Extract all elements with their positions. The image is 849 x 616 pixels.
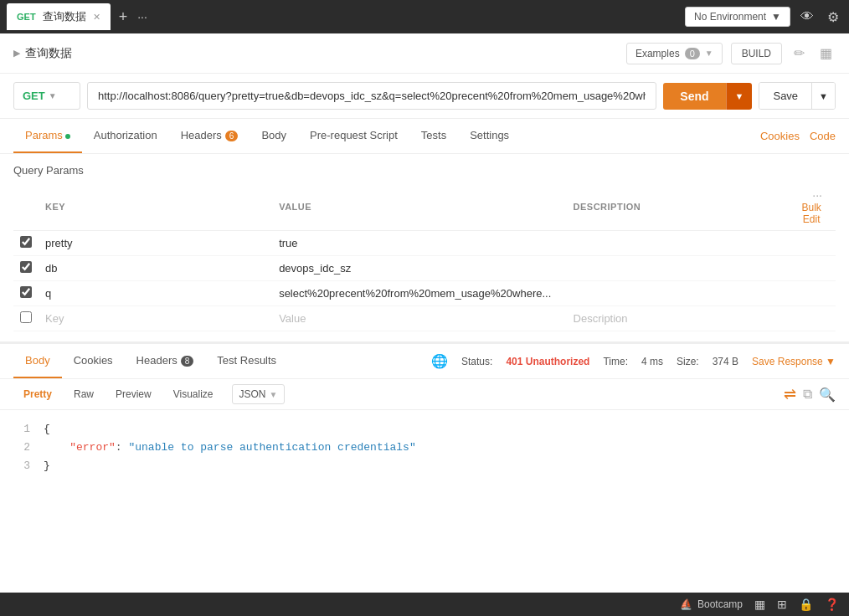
desc-cell [567,256,788,281]
resp-tab-body[interactable]: Body [13,344,62,378]
edit-icon[interactable]: ✏ [790,42,808,64]
bulk-edit-button[interactable]: Bulk Edit [794,202,829,225]
resp-tab-headers[interactable]: Headers8 [125,344,206,378]
json-value: "unable to parse authentication credenti… [128,441,415,454]
value-col-header: VALUE [272,183,566,231]
more-options-icon[interactable]: ··· [812,188,822,202]
resp-tab-test-results[interactable]: Test Results [205,344,288,378]
wrap-icon[interactable]: ⇌ [784,385,796,403]
tab-tests[interactable]: Tests [409,119,458,153]
url-input[interactable] [87,82,656,110]
fmt-tab-raw[interactable]: Raw [64,384,104,404]
table-row: pretty true [13,231,836,256]
query-params-section: Query Params KEY VALUE DESCRIPTION ··· B… [0,154,849,335]
action-cell [787,306,836,331]
fmt-tab-pretty[interactable]: Pretty [13,384,62,404]
response-section: Body Cookies Headers8 Test Results 🌐 Sta… [0,341,849,485]
params-table: KEY VALUE DESCRIPTION ··· Bulk Edit pret… [13,183,836,331]
line-number: 3 [13,457,30,475]
save-response-button[interactable]: Save Response ▼ [752,356,836,367]
cookies-link[interactable]: Cookies [760,130,800,142]
resp-tab-cookies[interactable]: Cookies [62,344,125,378]
bootcamp-icon: ⛵ [680,598,692,610]
tab-params[interactable]: Params [13,119,82,153]
row-checkbox[interactable] [20,236,32,248]
chevron-down-icon: ▼ [49,91,57,100]
tab-pre-request-script[interactable]: Pre-request Script [298,119,409,153]
key-cell: q [39,281,272,306]
globe-icon: 🌐 [431,353,448,369]
headers-badge: 8 [181,356,194,367]
json-format-select[interactable]: JSON ▼ [232,384,286,404]
params-dot [65,134,70,139]
checkbox-col-header [13,183,39,231]
examples-label: Examples [635,48,680,59]
tab-close-icon[interactable]: ✕ [93,12,100,23]
save-dropdown-arrow[interactable]: ▼ [811,83,835,109]
send-button[interactable]: Send [663,83,725,110]
query-params-title: Query Params [13,164,836,177]
send-dropdown-arrow[interactable]: ▼ [726,83,753,110]
table-icon[interactable]: ▦ [754,598,765,611]
code-line-2: 2 "error": "unable to parse authenticati… [13,439,836,457]
key-cell: db [39,256,272,281]
response-body-code: 1 { 2 "error": "unable to parse authenti… [0,410,849,485]
key-col-header: KEY [39,183,272,231]
help-icon[interactable]: ❓ [825,598,839,611]
grid-icon[interactable]: ⊞ [777,598,787,611]
copy-icon[interactable]: ⧉ [803,385,812,403]
key-cell-placeholder[interactable]: Key [39,306,272,331]
table-row-empty: Key Value Description [13,306,836,331]
method-select[interactable]: GET ▼ [13,82,80,110]
examples-button[interactable]: Examples 0 ▼ [626,43,723,64]
eye-icon[interactable]: 👁 [797,6,817,28]
settings-icon[interactable]: ⚙ [824,6,842,28]
expand-arrow-icon[interactable]: ▶ [13,48,20,59]
new-tab-button[interactable]: + [112,9,135,24]
size-value: 374 B [713,356,738,367]
tab-settings[interactable]: Settings [458,119,521,153]
time-value: 4 ms [641,356,663,367]
tab-bar: GET 查询数据 ✕ + ··· No Environment ▼ 👁 ⚙ [0,0,849,33]
build-button[interactable]: BUILD [731,43,782,64]
code-link[interactable]: Code [810,130,836,142]
env-label: No Environment [694,11,766,23]
environment-select[interactable]: No Environment ▼ [685,7,790,27]
request-title: 查询数据 [25,46,72,61]
time-label: Time: [603,356,628,367]
row-checkbox[interactable] [20,311,32,323]
line-number: 2 [13,439,30,457]
save-button[interactable]: Save [759,83,811,109]
status-badge: 401 Unauthorized [506,356,589,367]
fmt-tab-visualize[interactable]: Visualize [163,384,224,404]
status-label: Status: [461,356,492,367]
table-row: db devops_idc_sz [13,256,836,281]
code-content: "error": "unable to parse authentication… [44,439,416,457]
desc-cell-placeholder[interactable]: Description [567,306,788,331]
fmt-tab-preview[interactable]: Preview [105,384,162,404]
format-tabs: Pretty Raw Preview Visualize JSON ▼ ⇌ ⧉ … [0,379,849,410]
code-line-3: 3 } [13,457,836,475]
search-icon[interactable]: 🔍 [819,385,836,403]
active-tab[interactable]: GET 查询数据 ✕ [7,3,111,30]
line-number: 1 [13,420,30,439]
description-col-header: DESCRIPTION [567,183,788,231]
tab-authorization[interactable]: Authorization [82,119,169,153]
tab-headers[interactable]: Headers6 [169,119,250,153]
tab-more-button[interactable]: ··· [134,10,151,23]
url-bar: GET ▼ Send ▼ Save ▼ [0,74,849,119]
table-row: q select%20precent%20from%20mem_usage%20… [13,281,836,306]
tab-body[interactable]: Body [250,119,298,153]
action-col-header: ··· Bulk Edit [787,183,836,231]
request-name-bar: ▶ 查询数据 Examples 0 ▼ BUILD ✏ ▦ [0,33,849,74]
response-tabs: Body Cookies Headers8 Test Results 🌐 Sta… [0,344,849,379]
row-checkbox[interactable] [20,261,32,273]
bootcamp-label[interactable]: ⛵ Bootcamp [680,598,743,610]
lock-icon[interactable]: 🔒 [799,598,813,611]
row-checkbox[interactable] [20,286,32,298]
tab-bar-right: No Environment ▼ 👁 ⚙ [685,6,842,28]
key-cell: pretty [39,231,272,256]
value-cell-placeholder[interactable]: Value [272,306,566,331]
layout-icon[interactable]: ▦ [816,42,836,64]
chevron-down-icon: ▼ [771,11,781,23]
